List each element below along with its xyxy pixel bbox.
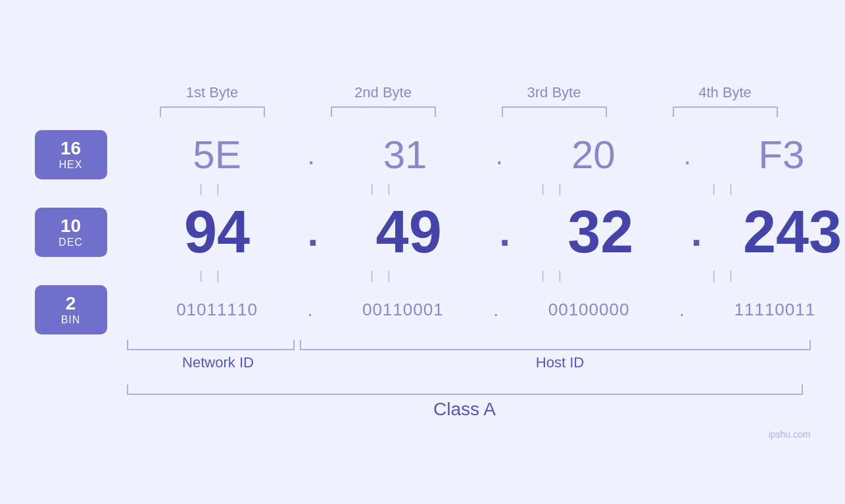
- hex-base-label: HEX: [59, 159, 83, 171]
- bottom-brackets: [127, 340, 811, 350]
- pipe-dec-3: | |: [469, 269, 640, 283]
- dec-badge: 10 DEC: [35, 208, 107, 257]
- dec-values-row: 94 . 49 . 32 . 243: [127, 198, 846, 266]
- top-bracket-3: [469, 106, 640, 117]
- hex-dot-1: .: [308, 142, 315, 168]
- watermark: ipshu.com: [769, 429, 811, 440]
- hex-dot-2: .: [496, 142, 503, 168]
- bin-value-2: 00110001: [312, 300, 493, 320]
- dec-base-number: 10: [60, 216, 81, 237]
- top-bracket-2: [298, 106, 469, 117]
- class-bracket: [127, 384, 803, 395]
- pipe-dec-1: | |: [127, 269, 298, 283]
- byte-label-2: 2nd Byte: [298, 84, 469, 101]
- dec-dot-1: .: [308, 213, 319, 252]
- dec-value-1: 94: [127, 198, 308, 266]
- dec-value-3: 32: [510, 198, 691, 266]
- pipe-hex-3: | |: [469, 182, 640, 196]
- byte-label-1: 1st Byte: [127, 84, 298, 101]
- pipe-dec-4: | |: [640, 269, 811, 283]
- bin-base-label: BIN: [61, 314, 81, 326]
- top-bracket-1: [127, 106, 298, 117]
- bin-base-number: 2: [66, 294, 76, 314]
- hex-value-3: 20: [503, 132, 684, 177]
- dec-dot-2: .: [499, 213, 510, 252]
- dec-dot-3: .: [691, 213, 702, 252]
- hex-value-1: 5E: [127, 132, 308, 177]
- pipe-dec-2: | |: [298, 269, 469, 283]
- bin-value-4: 11110011: [685, 300, 845, 320]
- dec-value-4: 243: [702, 198, 845, 266]
- bin-value-3: 00100000: [498, 300, 679, 320]
- dec-value-2: 49: [318, 198, 499, 266]
- hex-badge: 16 HEX: [35, 130, 107, 179]
- id-labels-row: Network ID Host ID: [127, 354, 811, 371]
- bin-dot-3: .: [679, 301, 685, 319]
- hex-base-number: 16: [60, 139, 81, 159]
- byte-label-3: 3rd Byte: [469, 84, 640, 101]
- network-id-label: Network ID: [127, 354, 310, 371]
- hex-value-4: F3: [691, 132, 845, 177]
- pipe-hex-1: | |: [127, 182, 298, 196]
- bin-values-row: 01011110 . 00110001 . 00100000 . 1111001…: [127, 300, 846, 320]
- class-label: Class A: [127, 399, 803, 420]
- bin-badge: 2 BIN: [35, 285, 107, 334]
- top-bracket-4: [640, 106, 811, 117]
- hex-value-2: 31: [315, 132, 496, 177]
- host-bracket: [300, 340, 811, 350]
- dec-base-label: DEC: [59, 237, 83, 248]
- hex-dot-3: .: [684, 142, 691, 168]
- bin-value-1: 01011110: [127, 300, 308, 320]
- pipe-hex-4: | |: [640, 182, 811, 196]
- bin-dot-1: .: [308, 301, 313, 319]
- byte-label-4: 4th Byte: [640, 84, 811, 101]
- host-id-label: Host ID: [310, 354, 811, 371]
- network-bracket: [127, 340, 295, 350]
- class-section: Class A: [127, 384, 811, 420]
- pipe-hex-2: | |: [298, 182, 469, 196]
- bin-dot-2: .: [493, 301, 498, 319]
- hex-values-row: 5E . 31 . 20 . F3: [127, 132, 846, 177]
